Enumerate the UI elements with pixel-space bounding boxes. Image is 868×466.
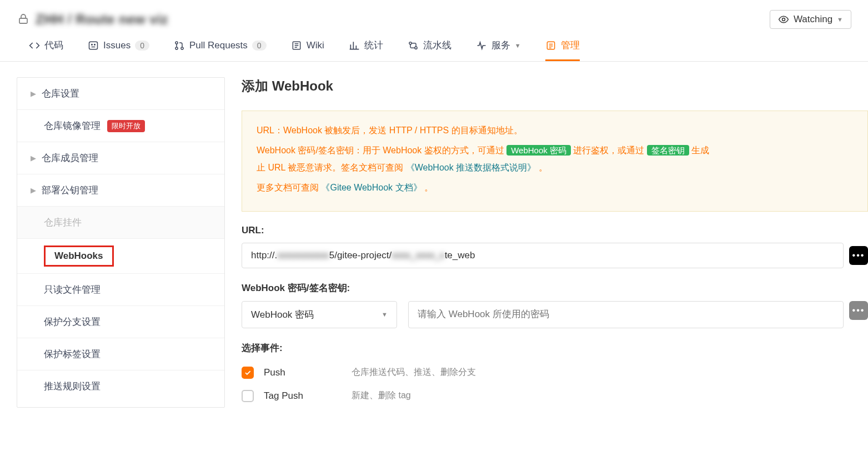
svg-point-4: [94, 44, 96, 45]
auth-type-select[interactable]: WebHook 密码 ▼: [242, 301, 397, 328]
caret-down-icon: ▼: [837, 16, 843, 23]
svg-point-7: [181, 47, 183, 49]
lock-icon: [17, 12, 30, 27]
sidebar-item-push-rule[interactable]: 推送规则设置: [17, 370, 224, 402]
tab-issues[interactable]: Issues 0: [88, 39, 149, 61]
event-desc: 仓库推送代码、推送、删除分支: [352, 367, 476, 378]
checkbox-tag-push[interactable]: [242, 390, 254, 402]
checkbox-push[interactable]: [242, 367, 254, 379]
svg-point-9: [409, 42, 412, 44]
password-extension-button[interactable]: •••: [849, 301, 868, 320]
sidebar-item-protected-branch[interactable]: 保护分支设置: [17, 306, 224, 338]
url-extension-button[interactable]: •••: [849, 246, 868, 265]
page-title: 添加 WebHook: [242, 77, 868, 95]
tab-manage[interactable]: 管理: [545, 39, 580, 61]
caret-down-icon: ▼: [382, 311, 388, 318]
event-row-push: Push 仓库推送代码、推送、删除分支: [242, 361, 868, 384]
svg-point-3: [92, 44, 93, 45]
pr-icon: [174, 40, 185, 51]
sidebar-item-readonly[interactable]: 只读文件管理: [17, 274, 224, 306]
event-row-tag-push: Tag Push 新建、删除 tag: [242, 384, 868, 408]
page-header: ZHH / Route new viz Watching ▼: [0, 0, 868, 29]
svg-point-1: [782, 18, 785, 21]
stats-icon: [349, 40, 360, 51]
sign-key-tag: 签名密钥: [647, 145, 689, 156]
issues-count: 0: [135, 41, 149, 51]
repo-tabs: 代码 Issues 0 Pull Requests 0 Wiki 统计 流水线 …: [0, 29, 868, 62]
svg-rect-0: [19, 18, 27, 23]
event-label: Tag Push: [264, 390, 342, 402]
sidebar-item-webhooks[interactable]: WebHooks: [17, 239, 224, 274]
link-data-format[interactable]: 《WebHook 推送数据格式说明》: [406, 163, 536, 172]
info-notice: URL：WebHook 被触发后，发送 HTTP / HTTPS 的目标通知地址…: [242, 111, 868, 212]
sidebar-item-repo-settings[interactable]: ▶ 仓库设置: [17, 78, 224, 110]
tab-code[interactable]: 代码: [29, 39, 63, 61]
chevron-right-icon: ▶: [31, 154, 36, 162]
svg-rect-2: [89, 42, 98, 49]
pr-count: 0: [252, 41, 267, 51]
main-panel: 添加 WebHook URL：WebHook 被触发后，发送 HTTP / HT…: [242, 77, 868, 408]
svg-point-6: [175, 47, 178, 49]
sidebar-item-mirror[interactable]: 仓库镜像管理 限时开放: [17, 110, 224, 142]
chevron-right-icon: ▶: [31, 186, 36, 194]
event-desc: 新建、删除 tag: [352, 390, 411, 402]
svg-point-5: [175, 41, 178, 43]
sidebar-item-plugin[interactable]: 仓库挂件: [17, 207, 224, 239]
caret-down-icon: ▼: [515, 42, 521, 49]
tab-service[interactable]: 服务 ▼: [476, 39, 521, 61]
chevron-right-icon: ▶: [31, 89, 36, 98]
svg-point-10: [415, 47, 417, 49]
sidebar-item-members[interactable]: ▶ 仓库成员管理: [17, 142, 224, 174]
code-icon: [29, 40, 40, 51]
limited-badge: 限时开放: [107, 120, 145, 132]
event-label: Push: [264, 367, 342, 378]
tab-pull-requests[interactable]: Pull Requests 0: [174, 39, 267, 61]
check-icon: [244, 369, 252, 377]
pipeline-icon: [408, 40, 419, 51]
sidebar-item-deploy-keys[interactable]: ▶ 部署公钥管理: [17, 174, 224, 207]
sidebar-item-protected-tag[interactable]: 保护标签设置: [17, 338, 224, 370]
issue-icon: [88, 40, 99, 51]
book-icon: [291, 40, 302, 51]
settings-sidebar: ▶ 仓库设置 仓库镜像管理 限时开放 ▶ 仓库成员管理 ▶ 部署公钥管理 仓库挂…: [17, 77, 225, 408]
link-webhook-docs[interactable]: 《Gitee WebHook 文档》: [321, 183, 422, 192]
tab-pipeline[interactable]: 流水线: [408, 39, 451, 61]
webhook-pwd-tag: WebHook 密码: [506, 145, 571, 156]
pwd-label: WebHook 密码/签名密钥:: [242, 282, 868, 294]
settings-icon: [545, 40, 556, 51]
pulse-icon: [476, 40, 487, 51]
eye-icon: [778, 14, 789, 25]
repo-title: ZHH / Route new viz: [36, 12, 168, 27]
events-label: 选择事件:: [242, 342, 868, 354]
tab-stats[interactable]: 统计: [349, 39, 383, 61]
watching-label: Watching: [794, 14, 832, 25]
tab-wiki[interactable]: Wiki: [291, 39, 324, 61]
url-label: URL:: [242, 225, 868, 236]
password-input[interactable]: [408, 301, 844, 328]
url-input[interactable]: http://.xxxxxxxxxxx5/gitee-project/xxxx_…: [242, 243, 844, 268]
watching-dropdown[interactable]: Watching ▼: [770, 10, 851, 29]
